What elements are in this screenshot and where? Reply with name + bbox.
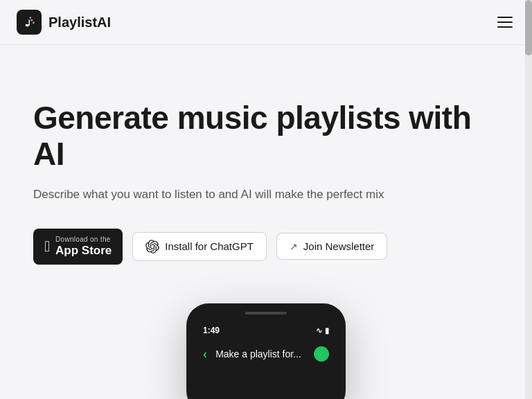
app-name: PlaylistAI xyxy=(48,15,111,30)
phone-screen: 1:49 ∿ ▮ ‹ Make a playlist for... xyxy=(193,321,339,399)
chatgpt-button-label: Install for ChatGPT xyxy=(165,240,254,252)
svg-point-3 xyxy=(30,19,33,21)
external-link-icon: ↗ xyxy=(290,241,298,252)
hamburger-line-3 xyxy=(497,26,513,28)
svg-point-4 xyxy=(33,22,35,24)
appstore-button-text: Download on the App Store xyxy=(55,236,112,258)
battery-icon: ▮ xyxy=(325,326,329,335)
chatgpt-icon xyxy=(145,240,159,254)
phone-status-bar: 1:49 ∿ ▮ xyxy=(193,321,339,337)
app-store-button[interactable]:  Download on the App Store xyxy=(33,229,123,265)
phone-mockup: 1:49 ∿ ▮ ‹ Make a playlist for... xyxy=(186,303,346,399)
chatgpt-button[interactable]: Install for ChatGPT xyxy=(132,232,267,261)
hamburger-line-1 xyxy=(497,17,513,18)
scrollbar[interactable] xyxy=(525,0,532,399)
phone-back-arrow: ‹ xyxy=(203,347,207,362)
phone-mockup-section: 1:49 ∿ ▮ ‹ Make a playlist for... xyxy=(186,303,346,399)
hamburger-line-2 xyxy=(497,21,513,23)
apple-logo-icon:  xyxy=(44,239,50,254)
phone-time: 1:49 xyxy=(203,326,220,335)
navbar: PlaylistAI xyxy=(0,0,532,45)
phone-prompt-text: Make a playlist for... xyxy=(215,348,301,360)
phone-content: ‹ Make a playlist for... xyxy=(193,337,339,369)
hero-headline: Generate music playlists with AI xyxy=(33,100,479,172)
appstore-big-label: App Store xyxy=(55,244,112,258)
app-logo-icon xyxy=(17,10,42,35)
hero-subtitle: Describe what you want to listen to and … xyxy=(33,186,479,204)
appstore-small-label: Download on the xyxy=(55,236,111,244)
svg-point-1 xyxy=(26,24,30,27)
wifi-icon: ∿ xyxy=(316,326,322,335)
phone-green-dot xyxy=(314,346,329,362)
hero-section: Generate music playlists with AI Describ… xyxy=(0,45,513,292)
phone-status-icons: ∿ ▮ xyxy=(316,326,329,335)
phone-notch xyxy=(245,312,287,314)
svg-rect-2 xyxy=(29,19,30,25)
newsletter-button[interactable]: ↗ Join Newsletter xyxy=(276,233,388,260)
svg-point-5 xyxy=(29,17,31,19)
newsletter-button-label: Join Newsletter xyxy=(303,240,375,252)
scrollbar-thumb[interactable] xyxy=(525,0,532,55)
navbar-logo[interactable]: PlaylistAI xyxy=(17,10,111,35)
cta-buttons-row:  Download on the App Store Install for … xyxy=(33,229,479,265)
phone-prompt-row: ‹ Make a playlist for... xyxy=(203,346,329,362)
hamburger-menu-button[interactable] xyxy=(495,14,515,30)
